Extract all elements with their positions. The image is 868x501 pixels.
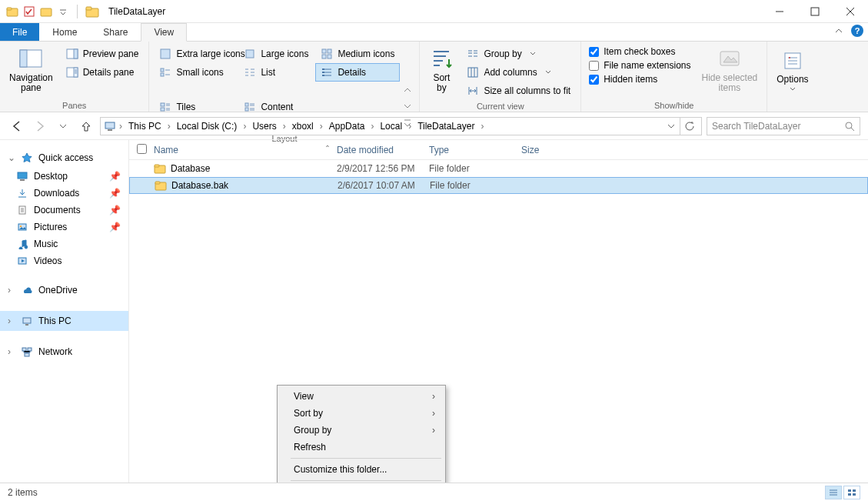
nav-desktop[interactable]: Desktop📌 — [0, 168, 128, 185]
qat-dropdown-icon[interactable] — [57, 5, 69, 18]
crumb-appdata[interactable]: AppData — [326, 121, 368, 132]
icons-view-toggle[interactable] — [843, 486, 860, 499]
up-button[interactable] — [77, 117, 95, 135]
file-ext-toggle[interactable]: File name extensions — [586, 58, 693, 72]
help-icon[interactable]: ? — [851, 25, 863, 37]
history-dropdown[interactable] — [54, 117, 72, 135]
file-row[interactable]: Database.bak 2/6/2017 10:07 AM File fold… — [129, 177, 868, 194]
music-icon — [17, 239, 28, 249]
col-header-name[interactable]: Nameˆ — [154, 145, 337, 155]
crumb-this-pc[interactable]: This PC — [125, 121, 165, 132]
nav-network[interactable]: ›Network — [0, 342, 128, 362]
panes-group-label: Panes — [5, 99, 144, 110]
forward-button[interactable] — [31, 117, 49, 135]
svg-rect-15 — [322, 49, 326, 53]
nav-downloads[interactable]: Downloads📌 — [0, 185, 128, 202]
layout-details[interactable]: Details — [315, 63, 400, 82]
cm-view[interactable]: View› — [280, 388, 443, 405]
hidden-items-toggle[interactable]: Hidden items — [586, 72, 693, 86]
group-by-button[interactable]: Group by — [461, 45, 576, 63]
crumb-local[interactable]: Local — [377, 121, 405, 132]
folder-quick-icon[interactable] — [6, 5, 18, 18]
layout-list[interactable]: List — [238, 63, 315, 82]
refresh-button[interactable] — [680, 117, 698, 135]
svg-rect-48 — [853, 489, 856, 492]
window-title: TileDataLayer — [108, 6, 165, 17]
folder-icon — [154, 163, 166, 174]
maximize-button[interactable] — [797, 0, 833, 23]
select-all-checkbox[interactable] — [137, 144, 147, 154]
svg-rect-40 — [22, 348, 26, 351]
nav-quick-access[interactable]: ⌄Quick access — [0, 148, 128, 168]
svg-rect-17 — [322, 55, 326, 58]
svg-rect-32 — [18, 172, 27, 179]
crumb-local-disk[interactable]: Local Disk (C:) — [174, 121, 241, 132]
layout-sm-icons[interactable]: Small icons — [154, 63, 238, 82]
svg-rect-24 — [245, 108, 248, 111]
nav-music[interactable]: Music — [0, 235, 128, 252]
nav-this-pc[interactable]: ›This PC — [0, 311, 128, 331]
svg-point-36 — [20, 225, 22, 227]
item-check-boxes-toggle[interactable]: Item check boxes — [586, 45, 693, 58]
svg-rect-47 — [848, 489, 851, 492]
details-pane-button[interactable]: Details pane — [61, 63, 145, 82]
navigation-pane-button[interactable]: Navigation pane — [5, 45, 58, 95]
back-button[interactable] — [8, 117, 26, 135]
layout-scroll-down-icon[interactable] — [404, 103, 414, 109]
svg-rect-50 — [853, 493, 856, 496]
close-button[interactable] — [833, 0, 868, 23]
crumb-tiledatalayer[interactable]: TileDataLayer — [414, 121, 477, 132]
status-bar: 2 items — [0, 483, 868, 501]
layout-lg-icons[interactable]: Large icons — [238, 45, 315, 63]
svg-rect-33 — [20, 179, 25, 181]
sort-by-button[interactable]: Sort by — [424, 45, 458, 95]
documents-icon — [17, 205, 28, 215]
cm-groupby[interactable]: Group by› — [280, 422, 443, 439]
chevron-right-icon: › — [432, 425, 435, 436]
collapse-ribbon-icon[interactable] — [834, 26, 843, 35]
tab-file[interactable]: File — [0, 23, 39, 41]
svg-rect-49 — [848, 493, 851, 496]
crumb-xboxl[interactable]: xboxl — [289, 121, 317, 132]
svg-rect-10 — [74, 49, 78, 58]
details-view-toggle[interactable] — [825, 486, 842, 499]
context-menu: View› Sort by› Group by› Refresh Customi… — [277, 385, 446, 483]
sort-indicator-icon: ˆ — [326, 145, 329, 155]
minimize-button[interactable] — [762, 0, 797, 23]
address-dropdown-icon[interactable] — [667, 122, 675, 130]
nav-pictures[interactable]: Pictures📌 — [0, 219, 128, 235]
hide-selected-button: Hide selected items — [697, 45, 763, 95]
content-area[interactable]: Nameˆ Date modified Type Size Database 2… — [129, 140, 868, 483]
cm-sortby[interactable]: Sort by› — [280, 405, 443, 422]
col-header-size[interactable]: Size — [521, 145, 583, 155]
cm-refresh[interactable]: Refresh — [280, 439, 443, 456]
search-input[interactable]: Search TileDataLayer — [707, 117, 860, 135]
nav-videos[interactable]: Videos — [0, 252, 128, 269]
tab-home[interactable]: Home — [39, 23, 90, 41]
cm-customize[interactable]: Customize this folder... — [280, 461, 443, 478]
new-folder-quick-icon[interactable] — [40, 5, 52, 18]
nav-documents[interactable]: Documents📌 — [0, 202, 128, 219]
nav-onedrive[interactable]: ›OneDrive — [0, 280, 128, 300]
tab-share[interactable]: Share — [90, 23, 141, 41]
add-columns-button[interactable]: Add columns — [461, 63, 576, 82]
chevron-right-icon[interactable]: › — [118, 121, 124, 132]
svg-rect-18 — [328, 55, 331, 58]
layout-scroll-up-icon[interactable] — [404, 87, 414, 93]
properties-quick-icon[interactable] — [23, 5, 35, 18]
size-columns-button[interactable]: Size all columns to fit — [461, 82, 576, 100]
layout-md-icons[interactable]: Medium icons — [315, 45, 400, 63]
col-header-type[interactable]: Type — [429, 145, 521, 155]
file-row[interactable]: Database 2/9/2017 12:56 PM File folder — [129, 160, 868, 177]
pin-icon: 📌 — [109, 188, 121, 199]
pin-icon: 📌 — [109, 171, 121, 182]
svg-rect-20 — [161, 73, 164, 76]
options-button[interactable]: Options — [772, 45, 813, 95]
breadcrumb-box[interactable]: › This PC› Local Disk (C:)› Users› xboxl… — [100, 117, 702, 135]
tab-view[interactable]: View — [141, 23, 187, 42]
layout-xl-icons[interactable]: Extra large icons — [154, 45, 238, 63]
crumb-users[interactable]: Users — [249, 121, 279, 132]
svg-rect-21 — [161, 103, 165, 106]
preview-pane-button[interactable]: Preview pane — [61, 45, 145, 63]
col-header-date[interactable]: Date modified — [337, 145, 429, 155]
